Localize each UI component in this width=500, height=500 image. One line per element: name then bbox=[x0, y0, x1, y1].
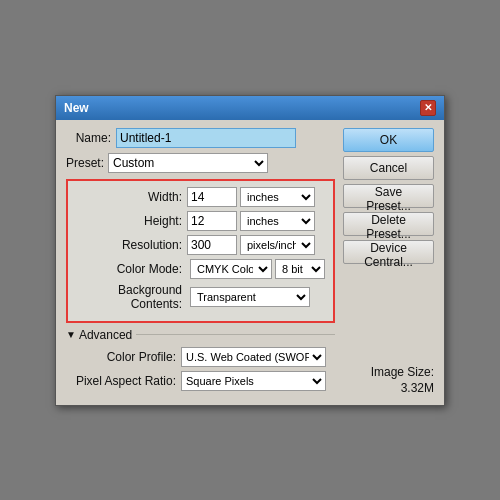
height-unit-select[interactable]: inches pixels cm mm points picas bbox=[240, 211, 315, 231]
image-size-section: Image Size: 3.32M bbox=[343, 355, 434, 395]
height-input[interactable] bbox=[187, 211, 237, 231]
pixel-aspect-select[interactable]: Square Pixels D1/DV NTSC (0.91) D1/DV PA… bbox=[181, 371, 326, 391]
color-mode-label: Color Mode: bbox=[72, 262, 182, 276]
advanced-label: Advanced bbox=[79, 328, 132, 342]
color-profile-label: Color Profile: bbox=[66, 350, 176, 364]
advanced-toggle[interactable]: ▼ Advanced bbox=[66, 328, 132, 342]
new-dialog: New ✕ Name: Preset: Custom Default Photo… bbox=[55, 95, 445, 406]
name-row: Name: bbox=[66, 128, 335, 148]
advanced-divider bbox=[136, 334, 335, 335]
device-central-button[interactable]: Device Central... bbox=[343, 240, 434, 264]
resolution-row: Resolution: pixels/inch pixels/cm bbox=[72, 235, 325, 255]
resolution-input[interactable] bbox=[187, 235, 237, 255]
height-row: Height: inches pixels cm mm points picas bbox=[72, 211, 325, 231]
advanced-row: ▼ Advanced bbox=[66, 328, 335, 342]
image-size-value: 3.32M bbox=[343, 381, 434, 395]
preset-row: Preset: Custom Default Photoshop Size US… bbox=[66, 153, 335, 173]
dialog-body: Name: Preset: Custom Default Photoshop S… bbox=[56, 120, 444, 405]
close-button[interactable]: ✕ bbox=[420, 100, 436, 116]
save-preset-button[interactable]: Save Preset... bbox=[343, 184, 434, 208]
highlighted-section: Width: inches pixels cm mm points picas … bbox=[66, 179, 335, 323]
color-mode-row: Color Mode: CMYK Color Bitmap Grayscale … bbox=[72, 259, 325, 279]
background-row: Background Contents: Transparent White B… bbox=[72, 283, 325, 311]
delete-preset-button[interactable]: Delete Preset... bbox=[343, 212, 434, 236]
cancel-button[interactable]: Cancel bbox=[343, 156, 434, 180]
width-input[interactable] bbox=[187, 187, 237, 207]
preset-label: Preset: bbox=[66, 156, 104, 170]
color-profile-select[interactable]: U.S. Web Coated (SWOP) v2 sRGB IEC61966-… bbox=[181, 347, 326, 367]
background-select[interactable]: Transparent White Background Color bbox=[190, 287, 310, 307]
resolution-unit-select[interactable]: pixels/inch pixels/cm bbox=[240, 235, 315, 255]
bit-depth-select[interactable]: 8 bit 16 bit 32 bit bbox=[275, 259, 325, 279]
resolution-label: Resolution: bbox=[72, 238, 182, 252]
preset-select[interactable]: Custom Default Photoshop Size US Paper W… bbox=[108, 153, 268, 173]
name-input[interactable] bbox=[116, 128, 296, 148]
image-size-label: Image Size: bbox=[343, 365, 434, 379]
dialog-title: New bbox=[64, 101, 89, 115]
background-label: Background Contents: bbox=[72, 283, 182, 311]
width-label: Width: bbox=[72, 190, 182, 204]
name-label: Name: bbox=[66, 131, 111, 145]
left-panel: Name: Preset: Custom Default Photoshop S… bbox=[66, 128, 335, 395]
width-row: Width: inches pixels cm mm points picas bbox=[72, 187, 325, 207]
width-unit-select[interactable]: inches pixels cm mm points picas bbox=[240, 187, 315, 207]
height-label: Height: bbox=[72, 214, 182, 228]
pixel-aspect-row: Pixel Aspect Ratio: Square Pixels D1/DV … bbox=[66, 371, 335, 391]
right-panel: OK Cancel Save Preset... Delete Preset..… bbox=[343, 128, 434, 395]
ok-button[interactable]: OK bbox=[343, 128, 434, 152]
color-mode-select[interactable]: CMYK Color Bitmap Grayscale RGB Color La… bbox=[190, 259, 272, 279]
advanced-arrow-icon: ▼ bbox=[66, 329, 76, 340]
title-bar: New ✕ bbox=[56, 96, 444, 120]
pixel-aspect-label: Pixel Aspect Ratio: bbox=[66, 374, 176, 388]
color-profile-row: Color Profile: U.S. Web Coated (SWOP) v2… bbox=[66, 347, 335, 367]
